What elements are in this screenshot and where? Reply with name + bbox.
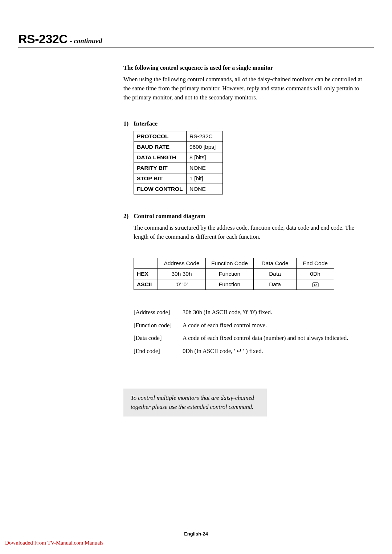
table-cell-value: 1 [bit] <box>187 173 223 184</box>
page-header: RS-232C - continued <box>18 32 374 48</box>
definition-row: [Address code] 30h 30h (In ASCII code, '… <box>134 308 365 317</box>
table-cell: Data <box>254 279 297 290</box>
table-cell-label: DATA LENGTH <box>134 152 187 163</box>
table-cell: Function <box>206 268 254 279</box>
definition-label: [Function code] <box>134 321 183 330</box>
definition-value: A code of each fixed control data (numbe… <box>183 334 365 343</box>
section-2-description: The command is structured by the address… <box>134 223 365 242</box>
section-2-header: 2) Control command diagram <box>123 213 365 220</box>
table-cell: '0' '0' <box>158 279 206 290</box>
table-header-cell: Function Code <box>206 258 254 268</box>
table-cell: 0Dh <box>297 268 334 279</box>
table-cell-label: ASCII <box>134 279 158 290</box>
interface-table: PROTOCOL RS-232C BAUD RATE 9600 [bps] DA… <box>134 131 223 194</box>
table-cell: Function <box>206 279 254 290</box>
definition-label: [End code] <box>134 347 183 356</box>
enter-key-icon <box>312 282 319 287</box>
definition-value: 30h 30h (In ASCII code, '0' '0') fixed. <box>183 308 365 317</box>
section-1-header: 1) Interface <box>123 120 365 127</box>
table-row: STOP BIT 1 [bit] <box>134 173 223 184</box>
table-row: ASCII '0' '0' Function Data <box>134 279 334 290</box>
definition-row: [Function code] A code of each fixed con… <box>134 321 365 330</box>
table-header-cell: Data Code <box>254 258 297 268</box>
table-cell-value: 8 [bits] <box>187 152 223 163</box>
code-definitions: [Address code] 30h 30h (In ASCII code, '… <box>134 308 365 356</box>
command-table: Address Code Function Code Data Code End… <box>134 258 334 290</box>
table-cell-value: NONE <box>187 184 223 194</box>
note-box: To control multiple monitors that are da… <box>123 389 267 417</box>
intro-paragraph: When using the following control command… <box>123 75 365 102</box>
table-cell <box>297 279 334 290</box>
intro-heading: The following control sequence is used f… <box>123 64 365 71</box>
table-cell: 30h 30h <box>158 268 206 279</box>
table-cell-label: PROTOCOL <box>134 131 187 142</box>
definition-value: A code of each fixed control move. <box>183 321 365 330</box>
definition-label: [Data code] <box>134 334 183 343</box>
svg-rect-0 <box>313 283 318 287</box>
definition-row: [Data code] A code of each fixed control… <box>134 334 365 343</box>
table-cell-label: PARITY BIT <box>134 163 187 173</box>
table-row: PARITY BIT NONE <box>134 163 223 173</box>
table-cell-value: RS-232C <box>187 131 223 142</box>
table-row: DATA LENGTH 8 [bits] <box>134 152 223 163</box>
definition-value: 0Dh (In ASCII code, ' ↵ ' ) fixed. <box>183 347 365 356</box>
footer-page-number: English-24 <box>0 531 392 537</box>
table-cell-value: NONE <box>187 163 223 173</box>
table-header-cell: End Code <box>297 258 334 268</box>
table-row: HEX 30h 30h Function Data 0Dh <box>134 268 334 279</box>
definition-label: [Address code] <box>134 308 183 317</box>
section-2-title: Control command diagram <box>134 213 205 220</box>
table-cell-label: HEX <box>134 268 158 279</box>
header-subtitle: - continued <box>70 37 102 45</box>
table-header-row: Address Code Function Code Data Code End… <box>134 258 334 268</box>
definition-row: [End code] 0Dh (In ASCII code, ' ↵ ' ) f… <box>134 347 365 356</box>
table-row: BAUD RATE 9600 [bps] <box>134 142 223 152</box>
footer-download-link[interactable]: Downloaded From TV-Manual.com Manuals <box>5 540 103 546</box>
table-row: PROTOCOL RS-232C <box>134 131 223 142</box>
table-row: FLOW CONTROL NONE <box>134 184 223 194</box>
table-cell-value: 9600 [bps] <box>187 142 223 152</box>
table-cell-label: BAUD RATE <box>134 142 187 152</box>
section-2-number: 2) <box>123 213 134 220</box>
table-cell-label: STOP BIT <box>134 173 187 184</box>
section-1-number: 1) <box>123 120 134 127</box>
table-header-cell <box>134 258 158 268</box>
section-1-title: Interface <box>134 120 158 127</box>
table-header-cell: Address Code <box>158 258 206 268</box>
content-area: The following control sequence is used f… <box>123 64 365 416</box>
table-cell: Data <box>254 268 297 279</box>
header-title: RS-232C <box>18 32 68 46</box>
table-cell-label: FLOW CONTROL <box>134 184 187 194</box>
